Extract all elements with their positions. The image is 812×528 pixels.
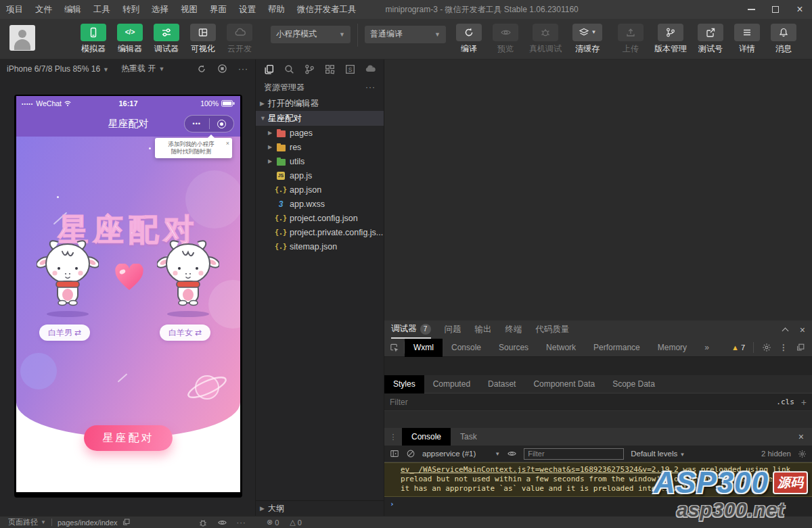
female-sign-selector[interactable]: 白羊女 ⇄ [160, 325, 210, 341]
mode-select[interactable]: 小程序模式 ▼ [271, 26, 351, 43]
tab-code-quality[interactable]: 代码质量 [536, 320, 570, 339]
avatar[interactable] [9, 25, 35, 51]
console-filter-input[interactable] [524, 448, 624, 460]
menu-edit[interactable]: 编辑 [58, 0, 87, 19]
sidebar-toggle-icon[interactable] [390, 449, 399, 458]
menu-tools[interactable]: 工具 [87, 0, 116, 19]
tab-debugger[interactable]: 调试器 7 [391, 320, 431, 339]
styles-filter-input[interactable] [390, 398, 776, 407]
tab-computed[interactable]: Computed [424, 375, 479, 393]
maximize-button[interactable] [763, 0, 788, 19]
menu-interface[interactable]: 界面 [204, 0, 233, 19]
menu-devtools[interactable]: 微信开发者工具 [291, 0, 363, 19]
eye-icon[interactable] [507, 449, 517, 458]
warning-counter[interactable]: ▲7 [731, 343, 745, 352]
drag-handle-icon[interactable]: ⋮ [384, 433, 402, 441]
error-counter[interactable]: ⊗ 0 [263, 518, 283, 527]
bug-icon[interactable] [198, 518, 208, 527]
widgets-icon[interactable] [320, 61, 339, 77]
tree-item-res[interactable]: ▶ res [256, 140, 384, 154]
context-select[interactable]: appservice (#1) ▼ [422, 450, 500, 458]
gear-icon[interactable] [762, 343, 771, 352]
tab-scope-data[interactable]: Scope Data [604, 375, 664, 393]
sass-icon[interactable]: S [340, 61, 359, 77]
stop-record-icon[interactable] [217, 64, 227, 74]
visual-button[interactable]: 可视化 [185, 24, 221, 55]
more-tabs-icon[interactable]: » [696, 339, 718, 357]
tab-wxml[interactable]: Wxml [405, 339, 443, 357]
menu-help[interactable]: 帮助 [262, 0, 291, 19]
tab-performance[interactable]: Performance [585, 339, 649, 357]
close-panel-icon[interactable]: × [800, 325, 805, 335]
tab-network[interactable]: Network [537, 339, 585, 357]
open-editors-section[interactable]: ▶ 打开的编辑器 [256, 96, 384, 111]
undock-icon[interactable] [796, 343, 805, 352]
add-style-icon[interactable]: + [801, 397, 807, 408]
device-select[interactable]: iPhone 6/7/8 Plus 85% 16▼ [7, 64, 109, 74]
tooltip-close-icon[interactable]: × [226, 140, 229, 147]
warning-counter[interactable]: △ 0 [290, 518, 302, 527]
tree-item-pages[interactable]: ▶ pages [256, 126, 384, 140]
collapse-icon[interactable] [782, 327, 788, 334]
tab-memory[interactable]: Memory [649, 339, 696, 357]
restart-icon[interactable] [197, 64, 206, 74]
more-icon[interactable]: ··· [237, 519, 246, 527]
tab-sources[interactable]: Sources [490, 339, 537, 357]
tree-item-projectconfig[interactable]: {.} project.config.json [256, 211, 384, 225]
tree-item-sitemap[interactable]: {.} sitemap.json [256, 239, 384, 254]
upload-button[interactable]: 上传 [613, 24, 648, 55]
minimize-button[interactable] [739, 0, 763, 19]
tab-terminal[interactable]: 终端 [505, 320, 522, 339]
tree-item-appjs[interactable]: JS app.js [256, 168, 384, 183]
testid-button[interactable]: 测试号 [693, 24, 728, 55]
tree-item-privateconfig[interactable]: {.} project.private.config.js... [256, 225, 384, 239]
tree-item-utils[interactable]: ▶ utils [256, 154, 384, 168]
clear-console-icon[interactable] [406, 449, 415, 458]
tab-dataset[interactable]: Dataset [479, 375, 524, 393]
compile-select[interactable]: 普通编译 ▼ [365, 26, 446, 43]
files-icon[interactable] [260, 61, 279, 77]
outline-section[interactable]: ▶ 大纲 [256, 500, 384, 516]
source-control-icon[interactable] [300, 61, 319, 77]
detail-button[interactable]: 详情 [729, 24, 765, 55]
tab-output[interactable]: 输出 [475, 320, 492, 339]
close-button[interactable]: × [788, 0, 812, 19]
match-button[interactable]: 星座配对 [84, 425, 173, 451]
compile-button[interactable]: 编译 [451, 24, 487, 55]
menu-view[interactable]: 视图 [175, 0, 204, 19]
male-sign-selector[interactable]: 白羊男 ⇄ [39, 325, 90, 341]
preview-button[interactable]: 预览 [488, 24, 523, 55]
editor-button[interactable]: </> 编辑器 [112, 24, 148, 55]
capsule-more-button[interactable]: ••• [185, 120, 209, 127]
tree-item-appwxss[interactable]: 3 app.wxss [256, 197, 384, 211]
tab-task[interactable]: Task [451, 428, 487, 446]
clear-cache-button[interactable]: ▼ 清缓存 [568, 24, 607, 55]
capsule-home-button[interactable] [210, 120, 234, 128]
levels-select[interactable]: Default levels ▼ [631, 450, 685, 458]
inspect-icon[interactable] [384, 341, 405, 354]
more-icon[interactable]: ··· [238, 64, 248, 74]
tab-console-drawer[interactable]: Console [402, 428, 451, 446]
hot-reload-toggle[interactable]: 热重载 开▼ [121, 63, 164, 74]
simulator-button[interactable]: 模拟器 [76, 24, 111, 55]
menu-select[interactable]: 选择 [145, 0, 175, 19]
device-debug-button[interactable]: 真机调试 [524, 24, 566, 55]
tab-problems[interactable]: 问题 [445, 320, 461, 339]
close-drawer-icon[interactable]: × [798, 431, 812, 442]
more-icon[interactable]: ··· [365, 82, 376, 92]
cls-toggle[interactable]: .cls [776, 398, 794, 406]
menu-file[interactable]: 文件 [29, 0, 58, 19]
console-prompt[interactable]: › [384, 497, 812, 511]
cloud-button[interactable]: 云开发 [222, 24, 257, 55]
tab-console[interactable]: Console [443, 339, 490, 357]
cloud-paw-icon[interactable] [361, 61, 380, 77]
menu-settings[interactable]: 设置 [233, 0, 262, 19]
tab-styles[interactable]: Styles [384, 375, 424, 393]
tree-item-appjson[interactable]: {.} app.json [256, 183, 384, 197]
kebab-menu-icon[interactable]: ⋮ [780, 343, 788, 352]
menu-goto[interactable]: 转到 [116, 0, 145, 19]
project-section[interactable]: ▼ 星座配对 [256, 111, 384, 126]
menu-project[interactable]: 项目 [0, 0, 29, 19]
debugger-button[interactable]: 调试器 [149, 24, 184, 55]
page-path-select[interactable]: 页面路径 ▼ [0, 517, 50, 527]
